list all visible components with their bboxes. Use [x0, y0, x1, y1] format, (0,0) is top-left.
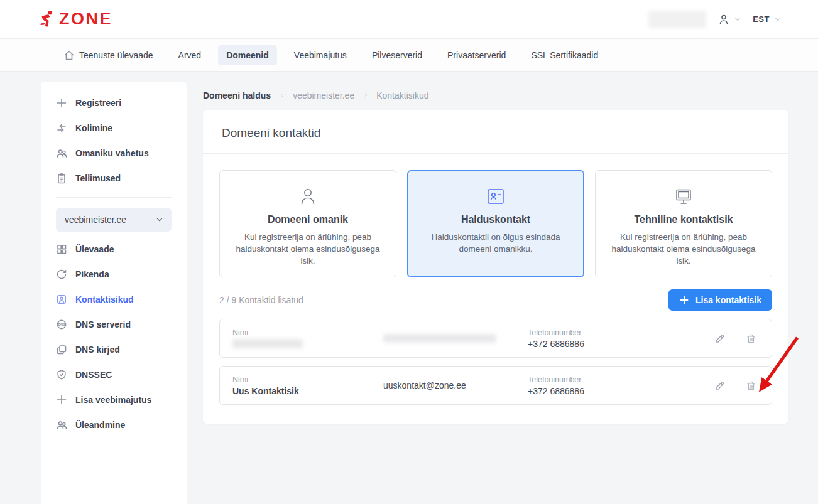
renew-icon	[56, 269, 67, 280]
sidebar-item-tellimused[interactable]: Tellimused	[56, 166, 172, 191]
sidebar-item-dns-kirjed[interactable]: DNS kirjed	[56, 337, 172, 362]
logo-wordmark: ZONE	[59, 11, 112, 28]
grid-icon	[56, 244, 67, 255]
sidebar-item-omaniku-vahetus[interactable]: Omaniku vahetus	[56, 141, 172, 166]
sidebar-item-uleandmine[interactable]: Üleandmine	[56, 412, 172, 437]
breadcrumb-domain[interactable]: veebimeister.ee	[293, 90, 354, 100]
svg-text:DNS: DNS	[58, 323, 65, 326]
nav-ssl-sertifikaadid[interactable]: SSL Sertifikaadid	[523, 45, 606, 65]
plus-icon	[679, 295, 689, 305]
records-icon	[56, 344, 67, 355]
plus-icon	[56, 394, 67, 405]
chevron-down-icon	[155, 215, 164, 224]
contact-phone: +372 6886886	[528, 339, 714, 349]
sidebar-item-lisa-veebimajutus[interactable]: Lisa veebimajutus	[56, 387, 172, 412]
page-title: Domeeni kontaktid	[222, 126, 770, 140]
card-header: Domeeni kontaktid	[203, 110, 788, 154]
domain-select-value: veebimeister.ee	[65, 215, 126, 225]
contact-name: Uus Kontaktisik	[232, 386, 383, 396]
type-card-domeeni-omanik[interactable]: Domeeni omanik Kui registreerija on äriü…	[219, 170, 396, 277]
trash-icon	[746, 380, 756, 391]
delete-contact-button[interactable]	[746, 333, 756, 344]
edit-contact-button[interactable]	[714, 380, 725, 391]
contacts-counter: 2 / 9 Kontaktid lisatud	[219, 295, 303, 305]
sidebar-item-ulevaade[interactable]: Ülevaade	[56, 237, 172, 262]
sidebar-divider	[56, 197, 172, 198]
top-header: ZONE EST	[0, 0, 818, 39]
monitor-icon	[673, 186, 694, 206]
trash-icon	[746, 333, 756, 344]
user-icon	[297, 186, 319, 206]
delete-contact-button[interactable]	[746, 380, 756, 391]
language-code: EST	[753, 14, 770, 24]
plus-icon	[56, 97, 67, 109]
type-card-tehniline-kontaktisik[interactable]: Tehniline kontaktisik Kui registreerija …	[595, 170, 772, 277]
type-card-halduskontakt[interactable]: Halduskontakt Halduskontaktil on õigus e…	[407, 170, 584, 277]
edit-contact-button[interactable]	[714, 333, 725, 344]
sidebar: Registreeri Kolimine Omaniku vahetus Tel…	[41, 82, 187, 504]
chevron-right-icon	[278, 92, 285, 99]
contact-name-redacted	[232, 339, 303, 348]
breadcrumb-kontaktisikud: Kontaktisikud	[376, 90, 428, 100]
sidebar-item-kontaktisikud[interactable]: Kontaktisikud	[56, 287, 172, 312]
contact-type-selector: Domeeni omanik Kui registreerija on äriü…	[219, 170, 772, 277]
breadcrumb-domeeni-haldus[interactable]: Domeeni haldus	[203, 90, 271, 100]
username-redacted	[648, 11, 706, 28]
domain-select[interactable]: veebimeister.ee	[56, 208, 172, 232]
account-menu[interactable]	[717, 13, 741, 26]
nav-pilveserverid[interactable]: Pilveserverid	[364, 45, 430, 65]
breadcrumb: Domeeni haldus veebimeister.ee Kontaktis…	[203, 90, 788, 100]
pencil-icon	[714, 333, 725, 344]
shield-check-icon	[56, 369, 67, 380]
sidebar-item-kolimine[interactable]: Kolimine	[56, 115, 172, 141]
sidebar-item-dnssec[interactable]: DNSSEC	[56, 362, 172, 387]
zone-logo[interactable]: ZONE	[39, 10, 112, 29]
contact-row-1: Nimi Telefoninumber +372 6886886	[219, 319, 772, 358]
contact-email-redacted	[383, 334, 496, 343]
contact-phone: +372 6886886	[528, 386, 714, 396]
id-badge-icon	[485, 186, 506, 206]
runner-icon	[39, 10, 55, 29]
add-contact-button[interactable]: Lisa kontaktisik	[668, 289, 772, 311]
contact-email: uuskontakt@zone.ee	[383, 380, 466, 390]
nav-arved[interactable]: Arved	[170, 45, 210, 65]
clipboard-icon	[56, 173, 67, 184]
chevron-right-icon	[362, 92, 369, 99]
language-selector[interactable]: EST	[753, 14, 782, 24]
main-navigation: Teenuste ülevaade Arved Domeenid Veebima…	[0, 39, 818, 72]
nav-veebimajutus[interactable]: Veebimajutus	[286, 45, 355, 65]
chevron-down-icon	[774, 16, 782, 23]
transfer-icon	[56, 122, 67, 134]
dns-icon: DNS	[56, 319, 67, 330]
users-icon	[56, 419, 67, 431]
users-icon	[56, 147, 67, 159]
pencil-icon	[714, 380, 725, 391]
chevron-down-icon	[734, 16, 741, 23]
domain-contacts-card: Domeeni kontaktid Domeeni omanik Kui reg…	[203, 110, 788, 424]
sidebar-item-dns-serverid[interactable]: DNS DNS serverid	[56, 312, 172, 337]
sidebar-item-pikenda[interactable]: Pikenda	[56, 262, 172, 287]
sidebar-item-registreeri[interactable]: Registreeri	[56, 90, 172, 115]
contact-row-2: Nimi Uus Kontaktisik uuskontakt@zone.ee …	[219, 366, 772, 405]
user-icon	[717, 13, 730, 26]
home-icon	[63, 50, 74, 60]
nav-privaatserverid[interactable]: Privaatserverid	[439, 45, 514, 65]
nav-domeenid[interactable]: Domeenid	[218, 45, 277, 65]
contact-card-icon	[56, 294, 67, 305]
nav-teenuste-ulevaade[interactable]: Teenuste ülevaade	[55, 45, 161, 65]
